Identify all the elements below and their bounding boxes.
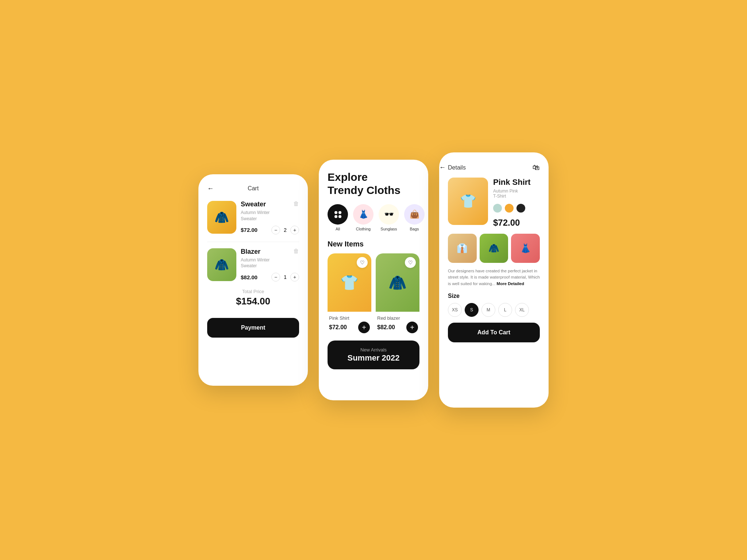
- bags-label: Bags: [410, 227, 419, 231]
- blazer-qty-minus[interactable]: −: [271, 273, 280, 281]
- payment-button[interactable]: Payment: [207, 318, 299, 338]
- details-main-image: 👕: [448, 178, 488, 225]
- arrivals-main: Summer 2022: [335, 353, 412, 363]
- more-detailed-link[interactable]: More Detailed: [497, 281, 524, 286]
- all-label: All: [336, 227, 340, 231]
- cart-item-sweater: 🧥 Sweater 🗑 Autumn WinterSweater $72.00 …: [207, 201, 299, 234]
- color-options: [493, 204, 540, 213]
- details-product-name: Pink Shirt: [493, 178, 540, 187]
- details-screen: ← Details 🛍 👕 Pink Shirt Autumn PinkT-Sh…: [439, 152, 549, 408]
- arrivals-sub: New Arrivals: [335, 347, 412, 353]
- category-sunglass[interactable]: 🕶️ Sunglass: [379, 204, 399, 231]
- pink-shirt-heart-button[interactable]: ♡: [357, 257, 368, 268]
- cart-back-button[interactable]: ←: [207, 185, 214, 192]
- red-blazer-name: Red blazer: [377, 315, 418, 321]
- blazer-price: $82.00: [241, 274, 268, 280]
- cart-screen: ← Cart 🧥 Sweater 🗑 Autumn WinterSweater …: [198, 174, 308, 386]
- pink-shirt-name: Pink Shirt: [329, 315, 370, 321]
- blazer-qty: 1: [283, 274, 287, 280]
- details-header: ← Details 🛍: [448, 163, 540, 172]
- sweater-image: 🧥: [207, 201, 236, 234]
- all-icon: [328, 204, 348, 225]
- blazer-delete-button[interactable]: 🗑: [293, 248, 299, 254]
- details-title: Details: [448, 164, 466, 171]
- blazer-qty-plus[interactable]: +: [290, 273, 299, 281]
- shopping-bag-icon[interactable]: 🛍: [533, 163, 540, 172]
- cart-title: Cart: [248, 185, 259, 192]
- details-price: $72.00: [493, 218, 540, 228]
- total-section: Total Price $154.00: [207, 289, 299, 307]
- details-back-button[interactable]: ←: [439, 164, 446, 171]
- sweater-qty-control: − 2 +: [271, 226, 299, 234]
- sunglass-label: Sunglass: [380, 227, 397, 231]
- size-l[interactable]: L: [498, 303, 512, 317]
- blazer-image: 🧥: [207, 248, 236, 281]
- sweater-qty-plus[interactable]: +: [290, 226, 299, 234]
- red-blazer-price: $82.00: [377, 324, 395, 331]
- category-all[interactable]: All: [328, 204, 348, 231]
- divider-1: [207, 242, 299, 242]
- red-blazer-image: 🧥 ♡: [376, 253, 419, 312]
- details-top: 👕 Pink Shirt Autumn PinkT-Shirt $72.00: [448, 178, 540, 228]
- cart-item-blazer: 🧥 Blazer 🗑 Autumn WinterSweater $82.00 −…: [207, 248, 299, 282]
- clothing-label: Clothing: [356, 227, 371, 231]
- size-xs[interactable]: XS: [448, 303, 462, 317]
- sweater-price: $72.00: [241, 227, 268, 233]
- thumb-2[interactable]: 🧥: [480, 234, 508, 263]
- explore-title: ExploreTrendy Cloths: [328, 171, 419, 197]
- product-description: Our designers have created the perfect j…: [448, 268, 540, 287]
- sweater-name: Sweater: [241, 201, 266, 208]
- bags-icon: 👜: [404, 204, 425, 225]
- size-s[interactable]: S: [465, 303, 479, 317]
- screens-container: ← Cart 🧥 Sweater 🗑 Autumn WinterSweater …: [198, 152, 549, 408]
- size-m[interactable]: M: [481, 303, 495, 317]
- add-to-cart-button[interactable]: Add To Cart: [448, 323, 540, 342]
- blazer-qty-control: − 1 +: [271, 273, 299, 281]
- size-xl[interactable]: XL: [515, 303, 529, 317]
- blazer-name: Blazer: [241, 248, 260, 256]
- clothing-icon: 👗: [353, 204, 374, 225]
- sweater-delete-button[interactable]: 🗑: [293, 201, 299, 207]
- pink-shirt-image: 👕 ♡: [328, 253, 371, 312]
- details-product-desc: Autumn PinkT-Shirt: [493, 188, 540, 199]
- thumb-1[interactable]: 👔: [448, 234, 477, 263]
- category-bags[interactable]: 👜 Bags: [404, 204, 425, 231]
- explore-screen: ExploreTrendy Cloths All 👗 Clothing: [319, 160, 428, 400]
- sweater-qty-minus[interactable]: −: [271, 226, 280, 234]
- blazer-desc: Autumn WinterSweater: [241, 257, 299, 269]
- red-blazer-add-button[interactable]: +: [406, 322, 418, 333]
- product-red-blazer: 🧥 ♡ Red blazer $82.00 +: [376, 253, 419, 335]
- new-arrivals-banner[interactable]: New Arrivals Summer 2022: [328, 341, 419, 369]
- pink-shirt-add-button[interactable]: +: [358, 322, 370, 333]
- sunglass-icon: 🕶️: [379, 204, 399, 225]
- color-mint[interactable]: [493, 204, 502, 213]
- new-items-title: New Items: [328, 240, 419, 248]
- color-orange[interactable]: [505, 204, 514, 213]
- size-section: Size XS S M L XL: [448, 293, 540, 317]
- thumb-3[interactable]: 👗: [511, 234, 540, 263]
- size-options: XS S M L XL: [448, 303, 540, 317]
- size-title: Size: [448, 293, 540, 299]
- sweater-desc: Autumn WinterSweater: [241, 210, 299, 222]
- thumbnail-row: 👔 🧥 👗: [448, 234, 540, 263]
- products-grid: 👕 ♡ Pink Shirt $72.00 + 🧥 ♡ Red bl: [328, 253, 419, 335]
- red-blazer-heart-button[interactable]: ♡: [405, 257, 416, 268]
- product-pink-shirt: 👕 ♡ Pink Shirt $72.00 +: [328, 253, 371, 335]
- color-black[interactable]: [516, 204, 525, 213]
- category-list: All 👗 Clothing 🕶️ Sunglass 👜 Bags: [328, 204, 419, 231]
- category-clothing[interactable]: 👗 Clothing: [353, 204, 374, 231]
- total-amount: $154.00: [207, 296, 299, 307]
- pink-shirt-price: $72.00: [329, 324, 347, 331]
- sweater-qty: 2: [283, 227, 287, 233]
- cart-header: ← Cart: [207, 185, 299, 192]
- total-label: Total Price: [207, 289, 299, 294]
